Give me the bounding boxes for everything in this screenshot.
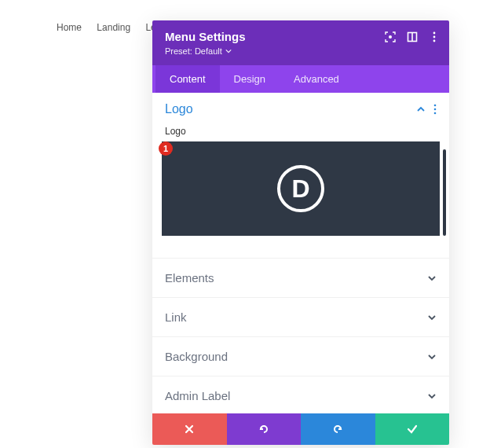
field-label-logo: Logo (152, 124, 449, 141)
accordion-label: Elements (165, 271, 214, 285)
settings-panel: Menu Settings Preset: Default Content De… (152, 20, 449, 445)
accordion-label: Background (165, 350, 228, 363)
chevron-down-icon (225, 48, 232, 54)
accordion-label: Admin Label (165, 389, 230, 402)
section-header-logo[interactable]: Logo (152, 93, 449, 124)
expand-icon[interactable] (407, 31, 418, 42)
kebab-menu-icon[interactable] (429, 31, 440, 42)
chevron-down-icon (427, 274, 437, 283)
svg-point-4 (433, 36, 436, 39)
bg-nav-item[interactable]: Landing (97, 22, 130, 33)
accordion-row-background[interactable]: Background (152, 336, 449, 376)
chevron-down-icon (427, 391, 437, 401)
chevron-down-icon (427, 352, 437, 362)
preset-selector[interactable]: Preset: Default (165, 46, 232, 56)
tab-content[interactable]: Content (155, 65, 220, 93)
tab-advanced[interactable]: Advanced (280, 65, 353, 93)
check-icon (406, 423, 419, 435)
panel-header: Menu Settings Preset: Default (152, 20, 449, 65)
close-icon (184, 424, 195, 435)
undo-icon (258, 423, 270, 435)
preset-label: Preset: Default (165, 46, 222, 56)
accordion-row-link[interactable]: Link (152, 297, 449, 336)
focus-icon[interactable] (385, 31, 396, 42)
chevron-up-icon[interactable] (416, 105, 426, 114)
tab-design[interactable]: Design (220, 65, 280, 93)
redo-button[interactable] (301, 413, 375, 445)
accordion-row-elements[interactable]: Elements (152, 258, 449, 297)
section-title: Logo (165, 102, 193, 116)
cancel-button[interactable] (152, 413, 227, 445)
divi-logo-icon: D (277, 165, 324, 212)
svg-point-6 (434, 105, 437, 107)
save-button[interactable] (375, 413, 450, 445)
header-actions (385, 31, 440, 42)
svg-point-7 (434, 108, 437, 111)
undo-button[interactable] (227, 413, 302, 445)
svg-point-8 (434, 112, 437, 115)
redo-icon (331, 423, 344, 435)
svg-point-0 (389, 35, 392, 39)
accordion-row-admin-label[interactable]: Admin Label (152, 376, 449, 413)
logo-upload-area[interactable]: 1 D (162, 141, 440, 236)
scrollbar[interactable] (443, 149, 446, 236)
panel-body: Logo Logo 1 D Elements Link Background (152, 93, 449, 413)
chevron-down-icon (427, 313, 437, 322)
tab-bar: Content Design Advanced (152, 65, 449, 93)
accordion-label: Link (165, 310, 187, 324)
svg-point-5 (433, 40, 436, 42)
bg-nav-item[interactable]: Home (57, 22, 82, 33)
step-badge: 1 (159, 141, 173, 156)
logo-preview: D (162, 141, 440, 236)
svg-point-3 (433, 32, 436, 35)
footer-actions (152, 413, 449, 445)
kebab-menu-icon[interactable] (433, 104, 437, 115)
